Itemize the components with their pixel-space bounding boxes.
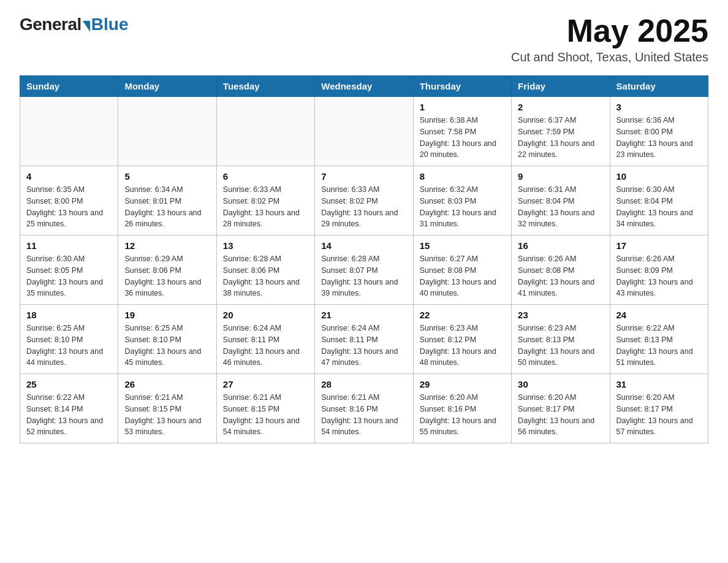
day-info: Sunrise: 6:21 AMSunset: 8:15 PMDaylight:… bbox=[124, 392, 210, 438]
day-info: Sunrise: 6:20 AMSunset: 8:17 PMDaylight:… bbox=[616, 392, 702, 438]
day-cell-empty-1 bbox=[118, 97, 216, 166]
day-info: Sunrise: 6:28 AMSunset: 8:07 PMDaylight:… bbox=[321, 253, 406, 299]
day-info: Sunrise: 6:35 AMSunset: 8:00 PMDaylight:… bbox=[26, 184, 112, 230]
weekday-header-sunday: Sunday bbox=[20, 76, 118, 97]
day-cell-3: 3Sunrise: 6:36 AMSunset: 8:00 PMDaylight… bbox=[610, 97, 708, 166]
day-cell-4: 4Sunrise: 6:35 AMSunset: 8:00 PMDaylight… bbox=[20, 166, 118, 236]
day-cell-6: 6Sunrise: 6:33 AMSunset: 8:02 PMDaylight… bbox=[216, 166, 314, 236]
day-info: Sunrise: 6:20 AMSunset: 8:17 PMDaylight:… bbox=[518, 392, 603, 438]
day-cell-9: 9Sunrise: 6:31 AMSunset: 8:04 PMDaylight… bbox=[512, 166, 610, 236]
calendar-table: SundayMondayTuesdayWednesdayThursdayFrid… bbox=[20, 75, 708, 443]
day-info: Sunrise: 6:30 AMSunset: 8:05 PMDaylight:… bbox=[26, 253, 112, 299]
day-info: Sunrise: 6:31 AMSunset: 8:04 PMDaylight:… bbox=[518, 184, 603, 230]
day-info: Sunrise: 6:21 AMSunset: 8:15 PMDaylight:… bbox=[223, 392, 308, 438]
day-number: 14 bbox=[321, 240, 406, 251]
day-cell-30: 30Sunrise: 6:20 AMSunset: 8:17 PMDayligh… bbox=[512, 374, 610, 443]
week-row-3: 11Sunrise: 6:30 AMSunset: 8:05 PMDayligh… bbox=[20, 236, 708, 305]
day-number: 8 bbox=[420, 171, 505, 182]
day-number: 6 bbox=[223, 171, 308, 182]
day-cell-25: 25Sunrise: 6:22 AMSunset: 8:14 PMDayligh… bbox=[20, 374, 118, 443]
day-info: Sunrise: 6:28 AMSunset: 8:06 PMDaylight:… bbox=[223, 253, 308, 299]
day-cell-8: 8Sunrise: 6:32 AMSunset: 8:03 PMDaylight… bbox=[413, 166, 511, 236]
weekday-header-monday: Monday bbox=[118, 76, 216, 97]
day-number: 20 bbox=[223, 310, 308, 320]
day-cell-12: 12Sunrise: 6:29 AMSunset: 8:06 PMDayligh… bbox=[118, 236, 216, 305]
weekday-header-thursday: Thursday bbox=[413, 76, 511, 97]
day-number: 29 bbox=[420, 379, 505, 389]
day-number: 9 bbox=[518, 171, 603, 182]
day-cell-23: 23Sunrise: 6:23 AMSunset: 8:13 PMDayligh… bbox=[512, 305, 610, 374]
day-cell-21: 21Sunrise: 6:24 AMSunset: 8:11 PMDayligh… bbox=[315, 305, 413, 374]
day-info: Sunrise: 6:38 AMSunset: 7:58 PMDaylight:… bbox=[420, 115, 505, 161]
day-number: 15 bbox=[420, 240, 505, 251]
day-number: 1 bbox=[420, 102, 505, 112]
logo: General Blue bbox=[20, 15, 128, 34]
day-info: Sunrise: 6:26 AMSunset: 8:08 PMDaylight:… bbox=[518, 253, 603, 299]
day-info: Sunrise: 6:36 AMSunset: 8:00 PMDaylight:… bbox=[616, 115, 702, 161]
weekday-header-friday: Friday bbox=[512, 76, 610, 97]
day-number: 25 bbox=[26, 379, 112, 389]
day-number: 13 bbox=[223, 240, 308, 251]
logo-general-text: General bbox=[20, 15, 82, 34]
day-number: 18 bbox=[26, 310, 112, 320]
day-number: 30 bbox=[518, 379, 603, 389]
day-number: 28 bbox=[321, 379, 406, 389]
day-cell-27: 27Sunrise: 6:21 AMSunset: 8:15 PMDayligh… bbox=[216, 374, 314, 443]
day-cell-13: 13Sunrise: 6:28 AMSunset: 8:06 PMDayligh… bbox=[216, 236, 314, 305]
logo-triangle-icon bbox=[83, 21, 90, 32]
day-cell-2: 2Sunrise: 6:37 AMSunset: 7:59 PMDaylight… bbox=[512, 97, 610, 166]
day-cell-28: 28Sunrise: 6:21 AMSunset: 8:16 PMDayligh… bbox=[315, 374, 413, 443]
day-cell-29: 29Sunrise: 6:20 AMSunset: 8:16 PMDayligh… bbox=[413, 374, 511, 443]
weekday-header-tuesday: Tuesday bbox=[216, 76, 314, 97]
day-cell-empty-0 bbox=[20, 97, 118, 166]
day-info: Sunrise: 6:24 AMSunset: 8:11 PMDaylight:… bbox=[321, 323, 406, 369]
day-cell-empty-3 bbox=[315, 97, 413, 166]
day-number: 16 bbox=[518, 240, 603, 251]
day-number: 27 bbox=[223, 379, 308, 389]
day-cell-18: 18Sunrise: 6:25 AMSunset: 8:10 PMDayligh… bbox=[20, 305, 118, 374]
week-row-5: 25Sunrise: 6:22 AMSunset: 8:14 PMDayligh… bbox=[20, 374, 708, 443]
weekday-header-saturday: Saturday bbox=[610, 76, 708, 97]
day-number: 19 bbox=[124, 310, 210, 320]
day-cell-17: 17Sunrise: 6:26 AMSunset: 8:09 PMDayligh… bbox=[610, 236, 708, 305]
month-title: May 2025 bbox=[511, 15, 708, 47]
day-cell-14: 14Sunrise: 6:28 AMSunset: 8:07 PMDayligh… bbox=[315, 236, 413, 305]
day-number: 2 bbox=[518, 102, 603, 112]
weekday-header-row: SundayMondayTuesdayWednesdayThursdayFrid… bbox=[20, 76, 708, 97]
day-cell-10: 10Sunrise: 6:30 AMSunset: 8:04 PMDayligh… bbox=[610, 166, 708, 236]
day-number: 12 bbox=[124, 240, 210, 251]
day-cell-11: 11Sunrise: 6:30 AMSunset: 8:05 PMDayligh… bbox=[20, 236, 118, 305]
day-cell-20: 20Sunrise: 6:24 AMSunset: 8:11 PMDayligh… bbox=[216, 305, 314, 374]
day-info: Sunrise: 6:22 AMSunset: 8:13 PMDaylight:… bbox=[616, 323, 702, 369]
day-info: Sunrise: 6:23 AMSunset: 8:12 PMDaylight:… bbox=[420, 323, 505, 369]
day-number: 31 bbox=[616, 379, 702, 389]
weekday-header-wednesday: Wednesday bbox=[315, 76, 413, 97]
day-number: 4 bbox=[26, 171, 112, 182]
day-number: 26 bbox=[124, 379, 210, 389]
day-info: Sunrise: 6:32 AMSunset: 8:03 PMDaylight:… bbox=[420, 184, 505, 230]
day-info: Sunrise: 6:27 AMSunset: 8:08 PMDaylight:… bbox=[420, 253, 505, 299]
logo-blue-text: Blue bbox=[91, 15, 129, 34]
day-cell-15: 15Sunrise: 6:27 AMSunset: 8:08 PMDayligh… bbox=[413, 236, 511, 305]
day-number: 3 bbox=[616, 102, 702, 112]
page-header: General Blue May 2025 Cut and Shoot, Tex… bbox=[20, 15, 708, 64]
location-title: Cut and Shoot, Texas, United States bbox=[511, 50, 708, 64]
day-info: Sunrise: 6:25 AMSunset: 8:10 PMDaylight:… bbox=[26, 323, 112, 369]
day-cell-26: 26Sunrise: 6:21 AMSunset: 8:15 PMDayligh… bbox=[118, 374, 216, 443]
day-info: Sunrise: 6:25 AMSunset: 8:10 PMDaylight:… bbox=[124, 323, 210, 369]
day-number: 7 bbox=[321, 171, 406, 182]
day-info: Sunrise: 6:24 AMSunset: 8:11 PMDaylight:… bbox=[223, 323, 308, 369]
day-cell-16: 16Sunrise: 6:26 AMSunset: 8:08 PMDayligh… bbox=[512, 236, 610, 305]
day-cell-empty-2 bbox=[216, 97, 314, 166]
week-row-1: 1Sunrise: 6:38 AMSunset: 7:58 PMDaylight… bbox=[20, 97, 708, 166]
day-info: Sunrise: 6:20 AMSunset: 8:16 PMDaylight:… bbox=[420, 392, 505, 438]
day-info: Sunrise: 6:33 AMSunset: 8:02 PMDaylight:… bbox=[223, 184, 308, 230]
day-number: 5 bbox=[124, 171, 210, 182]
day-number: 22 bbox=[420, 310, 505, 320]
day-number: 10 bbox=[616, 171, 702, 182]
day-info: Sunrise: 6:33 AMSunset: 8:02 PMDaylight:… bbox=[321, 184, 406, 230]
week-row-4: 18Sunrise: 6:25 AMSunset: 8:10 PMDayligh… bbox=[20, 305, 708, 374]
day-number: 11 bbox=[26, 240, 112, 251]
day-cell-19: 19Sunrise: 6:25 AMSunset: 8:10 PMDayligh… bbox=[118, 305, 216, 374]
day-cell-7: 7Sunrise: 6:33 AMSunset: 8:02 PMDaylight… bbox=[315, 166, 413, 236]
